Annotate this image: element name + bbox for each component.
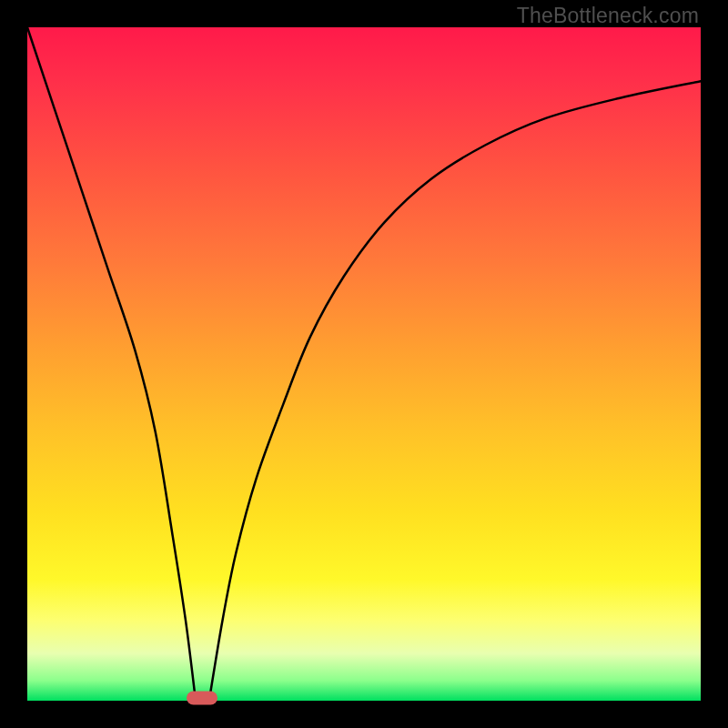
optimal-marker xyxy=(187,692,217,705)
bottleneck-curve-left xyxy=(27,27,196,701)
curve-svg xyxy=(27,27,701,701)
watermark-text: TheBottleneck.com xyxy=(517,4,699,28)
bottleneck-curve-right xyxy=(209,81,701,701)
chart-frame: TheBottleneck.com xyxy=(0,0,728,728)
plot-area xyxy=(27,27,701,701)
